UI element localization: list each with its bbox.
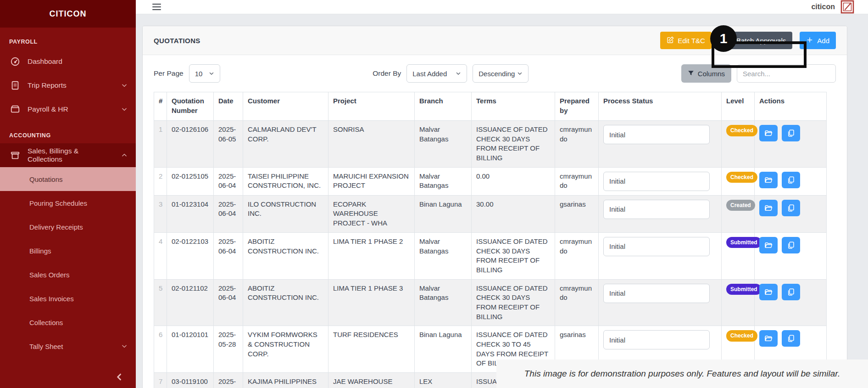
copy-icon bbox=[787, 204, 795, 212]
sidebar-item-sales-billings-collections[interactable]: Sales, Billings & Collections bbox=[0, 143, 136, 167]
cell-project: TURF RESIDENCES bbox=[328, 326, 415, 373]
row-index: 5 bbox=[154, 279, 167, 326]
column-header-level: Level bbox=[722, 92, 755, 121]
sidebar-item-dashboard[interactable]: Dashboard bbox=[0, 50, 136, 73]
copy-icon bbox=[787, 334, 795, 343]
sidebar-item-quotations[interactable]: Quotations bbox=[0, 167, 136, 191]
cell-customer: ABOITIZ CONSTRUCTION INC. bbox=[243, 279, 328, 326]
cell-process-status bbox=[599, 232, 722, 279]
cell-date: 2025-06-05 bbox=[214, 121, 243, 168]
row-index: 7 bbox=[154, 373, 167, 388]
duplicate-record-button[interactable] bbox=[782, 125, 800, 141]
level-badge: Checked bbox=[726, 172, 757, 183]
archive-icon bbox=[10, 150, 20, 160]
process-status-input[interactable] bbox=[603, 200, 710, 219]
open-record-button[interactable] bbox=[759, 330, 778, 347]
cell-date: 2025-06-04 bbox=[214, 232, 243, 279]
column-header-project: Project bbox=[328, 92, 415, 121]
open-record-button[interactable] bbox=[759, 284, 778, 300]
cell-project: SONRISA bbox=[328, 121, 415, 168]
folder-icon bbox=[764, 334, 773, 343]
disclaimer-banner: This image is for demonstration purposes… bbox=[496, 360, 868, 388]
table-row: 502-01211022025-06-04ABOITIZ CONSTRUCTIO… bbox=[154, 279, 827, 326]
sidebar-item-sales-orders[interactable]: Sales Orders bbox=[0, 263, 136, 287]
disclaimer-text: This image is for demonstration purposes… bbox=[524, 369, 840, 379]
sidebar-item-sales-invoices[interactable]: Sales Invoices bbox=[0, 287, 136, 310]
sidebar-item-tally-sheet[interactable]: Tally Sheet bbox=[0, 334, 136, 358]
level-badge: Checked bbox=[726, 125, 757, 136]
topbar: citicon bbox=[136, 0, 868, 14]
sidebar-subitem-label: Tally Sheet bbox=[29, 343, 121, 350]
duplicate-record-button[interactable] bbox=[782, 284, 800, 300]
cell-branch: Malvar Batangas bbox=[415, 279, 472, 326]
cell-quotation-number: 01-0123104 bbox=[167, 195, 214, 232]
sidebar-subitem-label: Sales Orders bbox=[29, 271, 128, 279]
cell-project: LIMA TIER 1 PHASE 2 bbox=[328, 232, 415, 279]
gauge-icon bbox=[10, 56, 20, 67]
cell-customer: VYKIM FORMWORKS & CONSTRUCTION CORP. bbox=[243, 326, 328, 373]
cell-actions bbox=[755, 195, 827, 232]
column-header-customer: Customer bbox=[243, 92, 328, 121]
column-header-quotation-number: Quotation Number bbox=[167, 92, 214, 121]
process-status-input[interactable] bbox=[603, 237, 710, 256]
add-label: Add bbox=[817, 37, 829, 45]
sidebar-item-payroll-hr[interactable]: Payroll & HR bbox=[0, 97, 136, 121]
cell-process-status bbox=[599, 167, 722, 195]
open-record-button[interactable] bbox=[759, 200, 778, 216]
sidebar-item-collections[interactable]: Collections bbox=[0, 310, 136, 334]
batch-approvals-label: Batch Approvals bbox=[736, 37, 786, 45]
process-status-input[interactable] bbox=[603, 330, 710, 349]
file-icon bbox=[10, 80, 20, 90]
table-header-row: #Quotation NumberDateCustomerProjectBran… bbox=[154, 92, 827, 121]
sidebar-subitem-label: Collections bbox=[29, 319, 128, 326]
cell-level: Created bbox=[722, 195, 755, 232]
cell-branch: Binan Laguna bbox=[415, 326, 472, 373]
column-header-branch: Branch bbox=[415, 92, 472, 121]
add-button[interactable]: Add bbox=[800, 32, 836, 49]
user-label[interactable]: citicon bbox=[811, 3, 835, 11]
citicon-logo-icon bbox=[840, 0, 854, 14]
filter-icon bbox=[688, 70, 694, 78]
chevron-left-icon bbox=[115, 375, 124, 383]
sidebar-item-label: Payroll & HR bbox=[28, 105, 114, 113]
sidebar-collapse-button[interactable] bbox=[115, 372, 124, 383]
row-index: 1 bbox=[154, 121, 167, 168]
duplicate-record-button[interactable] bbox=[782, 172, 800, 188]
sidebar-item-trip-reports[interactable]: Trip Reports bbox=[0, 73, 136, 97]
edit-tc-button[interactable]: Edit T&C bbox=[660, 32, 712, 49]
folder-icon bbox=[764, 176, 773, 184]
brand-logo: CITICON bbox=[0, 0, 136, 28]
order-by-select[interactable]: Last Added bbox=[406, 64, 467, 83]
cell-level: Submitted bbox=[722, 232, 755, 279]
chevron-down-icon bbox=[121, 106, 128, 112]
cell-quotation-number: 02-0125105 bbox=[167, 167, 214, 195]
sidebar-item-pouring-schedules[interactable]: Pouring Schedules bbox=[0, 191, 136, 215]
sidebar-item-billings[interactable]: Billings bbox=[0, 239, 136, 263]
process-status-input[interactable] bbox=[603, 172, 710, 191]
annotation-step-badge: 1 bbox=[710, 25, 737, 52]
cell-prepared-by: gsarinas bbox=[555, 195, 599, 232]
cell-terms: 30.00 bbox=[472, 195, 555, 232]
per-page-select[interactable]: 10 bbox=[189, 64, 220, 83]
column-header-prepared-by: Prepared by bbox=[555, 92, 599, 121]
duplicate-record-button[interactable] bbox=[782, 330, 800, 347]
open-record-button[interactable] bbox=[759, 172, 778, 188]
columns-button[interactable]: Columns bbox=[681, 64, 731, 83]
folder-icon bbox=[764, 241, 773, 249]
cell-process-status bbox=[599, 195, 722, 232]
chevron-down-icon bbox=[456, 70, 461, 78]
column-header-num: # bbox=[154, 92, 167, 121]
process-status-input[interactable] bbox=[603, 284, 710, 303]
sidebar-item-delivery-receipts[interactable]: Delivery Receipts bbox=[0, 215, 136, 239]
process-status-input[interactable] bbox=[603, 125, 710, 144]
direction-select[interactable]: Descending bbox=[473, 64, 529, 83]
duplicate-record-button[interactable] bbox=[782, 237, 800, 253]
cell-quotation-number: 02-0122103 bbox=[167, 232, 214, 279]
duplicate-record-button[interactable] bbox=[782, 200, 800, 216]
hamburger-menu-icon[interactable] bbox=[152, 4, 161, 10]
open-record-button[interactable] bbox=[759, 125, 778, 141]
open-record-button[interactable] bbox=[759, 237, 778, 253]
search-input[interactable] bbox=[737, 64, 836, 83]
cell-date: 2025-06-04 bbox=[214, 195, 243, 232]
column-header-process-status: Process Status bbox=[599, 92, 722, 121]
